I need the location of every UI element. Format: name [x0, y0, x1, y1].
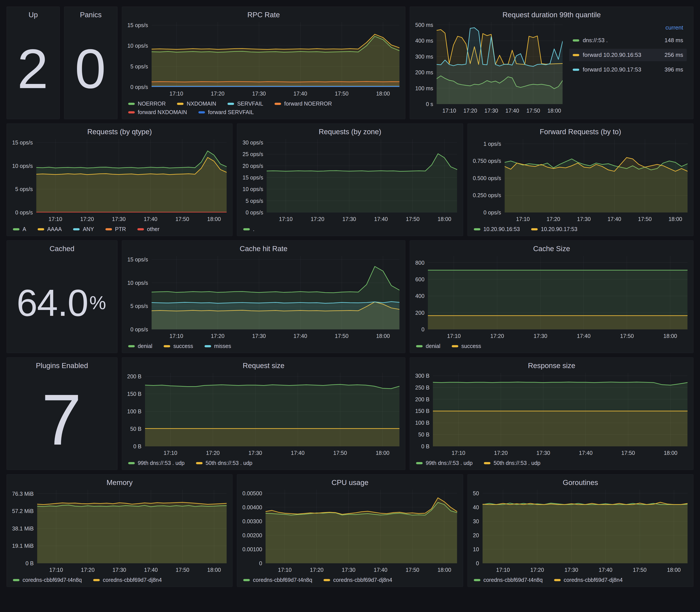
plot-area[interactable]: [36, 139, 227, 212]
panel-title[interactable]: Cache hit Rate: [122, 241, 405, 254]
legend-item[interactable]: 10.20.90.17:53: [531, 226, 577, 232]
y-axis-label: 200: [415, 309, 425, 316]
legend-item[interactable]: coredns-cbbf69d7-t4n8q: [13, 577, 82, 583]
x-axis-label: 17:40: [291, 450, 305, 456]
panel-title[interactable]: Memory: [7, 474, 232, 488]
panel-requests-by-zone: Requests (by zone) 0 ops/s5 ops/s10 ops/…: [237, 124, 463, 236]
plot-area[interactable]: [266, 490, 457, 563]
x-axis-label: 17:50: [633, 567, 647, 573]
legend-item[interactable]: 50th dns://:53 . udp: [484, 460, 540, 466]
legend-item[interactable]: forward NOERROR: [274, 100, 332, 107]
x-axis-label: 18:00: [669, 216, 682, 222]
legend-item[interactable]: coredns-cbbf69d7-dj8n4: [554, 577, 623, 583]
legend-current-header[interactable]: current: [569, 23, 687, 34]
x-axis-label: 17:50: [335, 91, 349, 97]
legend-swatch: [196, 462, 203, 464]
chart-grid: 0 B50 B100 B150 B200 B250 B300 B17:1017:…: [414, 373, 688, 458]
chart-cache-hit-rate: 0 ops/s5 ops/s10 ops/s15 ops/s17:1017:20…: [122, 254, 405, 353]
legend-item[interactable]: coredns-cbbf69d7-dj8n4: [93, 577, 162, 583]
legend-item[interactable]: NOERROR: [128, 100, 166, 107]
y-axis-label: 0 ops/s: [483, 209, 501, 216]
legend-series-name: other: [147, 226, 160, 232]
legend-item[interactable]: success: [452, 343, 481, 349]
legend-item[interactable]: coredns-cbbf69d7-t4n8q: [474, 577, 543, 583]
legend-item[interactable]: ANY: [73, 226, 94, 232]
legend-item[interactable]: NXDOMAIN: [177, 100, 216, 107]
y-axis: 0 B50 B100 B150 B200 B: [126, 373, 145, 446]
stat-value-cached: 64.0: [17, 284, 88, 321]
legend-swatch: [324, 579, 330, 581]
legend-item[interactable]: coredns-cbbf69d7-dj8n4: [324, 577, 392, 583]
plot-area[interactable]: [152, 22, 400, 87]
x-axis: 17:1017:2017:3017:4017:5018:00: [36, 212, 227, 224]
panel-title[interactable]: Request size: [122, 358, 405, 371]
legend-swatch: [198, 111, 205, 113]
legend-item[interactable]: misses: [204, 343, 231, 349]
legend-series-name: denial: [426, 343, 440, 349]
legend-item[interactable]: denial: [416, 343, 440, 349]
legend-item[interactable]: other: [137, 226, 160, 232]
x-axis-label: 18:00: [664, 450, 677, 456]
legend-series-name: 99th dns://:53 . udp: [138, 460, 185, 466]
plot-area[interactable]: [37, 490, 227, 563]
panel-title[interactable]: Forward Requests (by to): [468, 124, 693, 137]
plot-area[interactable]: [152, 256, 400, 329]
plot-area[interactable]: [267, 139, 457, 212]
plot-area[interactable]: [436, 22, 563, 104]
y-axis-label: 250 B: [415, 384, 429, 391]
legend-item[interactable]: 99th dns://:53 . udp: [128, 460, 185, 466]
legend-swatch: [474, 228, 480, 231]
legend-row[interactable]: forward 10.20.90.16:53256 ms: [569, 49, 687, 61]
legend-swatch: [137, 228, 144, 231]
panel-title[interactable]: Cache Size: [410, 241, 693, 254]
legend-item[interactable]: forward NXDOMAIN: [128, 109, 187, 115]
plot-area[interactable]: [428, 256, 688, 329]
plot-area[interactable]: [483, 490, 688, 563]
chart-area: 0102030405017:1017:2017:3017:4017:5018:0…: [472, 490, 688, 575]
chart-rpc-rate: 0 ops/s5 ops/s10 ops/s15 ops/s17:1017:20…: [122, 20, 405, 119]
stat-unit-percent: %: [89, 293, 106, 312]
panel-title[interactable]: Goroutines: [468, 474, 693, 488]
y-axis-label: 0.750 ops/s: [473, 158, 501, 164]
panel-title[interactable]: Up: [7, 7, 59, 20]
panel-title[interactable]: Requests (by zone): [237, 124, 463, 137]
legend-swatch: [164, 345, 170, 347]
panel-title[interactable]: Request duration 99th quantile: [410, 7, 693, 20]
chart-svg: [267, 139, 457, 212]
y-axis-label: 300 B: [415, 373, 429, 379]
legend-item[interactable]: success: [164, 343, 193, 349]
panel-title[interactable]: Plugins Enabled: [7, 358, 117, 371]
panel-title[interactable]: RPC Rate: [122, 7, 405, 20]
legend-item[interactable]: forward SERVFAIL: [198, 109, 254, 115]
panel-title[interactable]: Panics: [64, 7, 117, 20]
legend-item[interactable]: PTR: [105, 226, 126, 232]
legend-item[interactable]: AAAA: [38, 226, 62, 232]
legend-item[interactable]: A: [13, 226, 26, 232]
y-axis-label: 5 ops/s: [130, 63, 148, 70]
legend-row[interactable]: dns://:53 .148 ms: [569, 34, 687, 46]
chart-grid: 0 ops/s5 ops/s10 ops/s15 ops/s20 ops/s25…: [242, 139, 457, 224]
legend-item[interactable]: 99th dns://:53 . udp: [416, 460, 472, 466]
plot-area[interactable]: [433, 373, 688, 446]
plot-area[interactable]: [145, 373, 400, 446]
panel-title[interactable]: Response size: [410, 358, 693, 371]
y-axis-label: 50 B: [418, 431, 429, 438]
legend-item[interactable]: .: [243, 226, 254, 232]
plot-area[interactable]: [504, 139, 688, 212]
chart-svg: [36, 139, 227, 212]
x-axis-label: 17:30: [536, 450, 550, 456]
panel-title[interactable]: Cached: [7, 241, 117, 254]
chart-area: 0 ops/s5 ops/s10 ops/s15 ops/s17:1017:20…: [126, 22, 400, 98]
legend-item[interactable]: coredns-cbbf69d7-t4n8q: [243, 577, 312, 583]
y-axis-label: 0 ops/s: [130, 326, 148, 333]
legend-item[interactable]: 10.20.90.16:53: [474, 226, 520, 232]
legend-row[interactable]: forward 10.20.90.17:53396 ms: [569, 64, 687, 76]
panel-title[interactable]: CPU usage: [237, 474, 463, 488]
y-axis-label: 0.00400: [242, 504, 262, 511]
legend-item[interactable]: denial: [128, 343, 152, 349]
panel-title[interactable]: Requests (by qtype): [7, 124, 232, 137]
y-axis-label: 76.3 MiB: [12, 490, 34, 497]
legend-item[interactable]: 50th dns://:53 . udp: [196, 460, 253, 466]
legend-item[interactable]: SERVFAIL: [228, 100, 263, 107]
x-axis-label: 17:20: [463, 108, 477, 114]
